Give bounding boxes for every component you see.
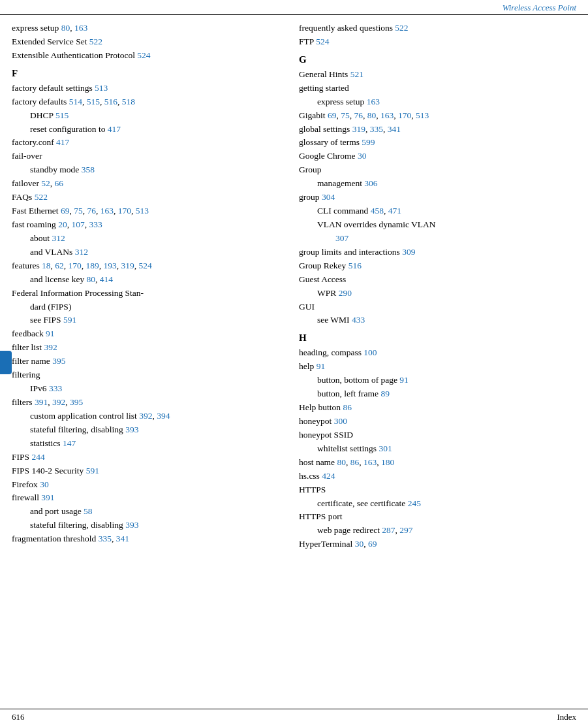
index-link[interactable]: 301 [379, 443, 392, 453]
index-link[interactable]: 58 [84, 506, 93, 516]
index-link[interactable]: 392 [139, 411, 152, 421]
index-link[interactable]: 80 [367, 110, 377, 120]
index-link[interactable]: 306 [364, 178, 377, 188]
index-link[interactable]: 76 [87, 206, 96, 216]
index-link[interactable]: 513 [95, 83, 108, 93]
index-link[interactable]: 297 [399, 525, 412, 535]
index-link[interactable]: 524 [137, 50, 150, 60]
index-link[interactable]: 30 [355, 539, 364, 549]
index-link[interactable]: 307 [335, 233, 348, 243]
index-link[interactable]: 524 [139, 261, 152, 270]
index-link[interactable]: 180 [381, 457, 394, 467]
index-link[interactable]: 513 [416, 110, 429, 120]
index-link[interactable]: 335 [99, 534, 112, 543]
index-link[interactable]: 391 [41, 492, 54, 502]
index-link[interactable]: 244 [31, 452, 44, 462]
index-link[interactable]: 522 [395, 23, 408, 33]
index-link[interactable]: 458 [371, 206, 384, 216]
index-link[interactable]: 20 [58, 219, 67, 229]
index-link[interactable]: 309 [402, 247, 415, 257]
index-link[interactable]: 86 [343, 402, 352, 412]
index-link[interactable]: 170 [118, 206, 131, 216]
index-link[interactable]: 69 [61, 206, 70, 216]
index-link[interactable]: 76 [354, 110, 363, 120]
index-link[interactable]: 513 [136, 206, 149, 216]
index-link[interactable]: 333 [49, 383, 62, 393]
index-link[interactable]: 170 [69, 261, 82, 270]
index-link[interactable]: 333 [89, 219, 102, 229]
index-link[interactable]: 514 [69, 97, 82, 106]
index-link[interactable]: 163 [101, 206, 114, 216]
index-link[interactable]: 300 [334, 416, 347, 426]
index-link[interactable]: 414 [100, 274, 113, 284]
entry-text: filter name [12, 356, 52, 366]
index-link[interactable]: 522 [35, 192, 48, 202]
index-link[interactable]: 392 [52, 397, 65, 407]
index-link[interactable]: 393 [125, 520, 138, 530]
index-link[interactable]: 394 [157, 411, 170, 421]
index-link[interactable]: 75 [74, 206, 83, 216]
index-link[interactable]: 163 [364, 457, 377, 467]
index-link[interactable]: 80 [61, 23, 70, 33]
index-link[interactable]: 395 [70, 397, 83, 407]
index-link[interactable]: 395 [52, 356, 65, 366]
index-link[interactable]: 75 [341, 110, 350, 120]
index-link[interactable]: 312 [52, 233, 65, 243]
index-link[interactable]: 521 [350, 69, 364, 79]
index-link[interactable]: 516 [104, 97, 117, 106]
index-link[interactable]: 52 [41, 178, 50, 188]
index-link[interactable]: 341 [388, 124, 401, 134]
index-link[interactable]: 189 [86, 261, 99, 270]
index-link[interactable]: 30 [40, 479, 49, 489]
index-link[interactable]: 91 [46, 329, 55, 338]
index-link[interactable]: 341 [116, 534, 129, 543]
index-link[interactable]: 91 [399, 375, 409, 385]
index-link[interactable]: 290 [339, 288, 352, 298]
index-link[interactable]: 335 [370, 124, 383, 134]
index-link[interactable]: 515 [55, 110, 69, 120]
entry-text: failover [12, 178, 41, 188]
index-link[interactable]: 163 [367, 97, 380, 106]
index-link[interactable]: 69 [368, 539, 377, 549]
index-link[interactable]: 392 [44, 342, 57, 352]
index-link[interactable]: 62 [55, 261, 64, 270]
index-link[interactable]: 417 [56, 137, 69, 147]
index-link[interactable]: 393 [125, 425, 138, 434]
index-link[interactable]: 86 [350, 457, 360, 467]
index-link[interactable]: 391 [35, 397, 48, 407]
index-link[interactable]: 91 [317, 361, 326, 371]
index-link[interactable]: 417 [108, 124, 121, 134]
index-link[interactable]: 433 [352, 315, 365, 325]
index-link[interactable]: 516 [348, 261, 362, 270]
index-link[interactable]: 599 [362, 137, 375, 147]
index-link[interactable]: 304 [322, 192, 335, 202]
index-link[interactable]: 471 [388, 206, 401, 216]
index-link[interactable]: 18 [42, 261, 51, 270]
index-link[interactable]: 515 [87, 97, 100, 106]
index-link[interactable]: 193 [104, 261, 117, 270]
index-link[interactable]: 319 [121, 261, 134, 270]
index-link[interactable]: 80 [87, 274, 96, 284]
index-link[interactable]: 163 [74, 23, 87, 33]
index-link[interactable]: 30 [358, 151, 367, 161]
index-link[interactable]: 163 [380, 110, 394, 120]
index-link[interactable]: 358 [82, 165, 95, 174]
index-link[interactable]: 591 [63, 315, 76, 325]
index-link[interactable]: 69 [328, 110, 337, 120]
index-link[interactable]: 524 [316, 37, 329, 46]
index-link[interactable]: 287 [382, 525, 395, 535]
index-link[interactable]: 591 [86, 466, 99, 475]
index-link[interactable]: 522 [89, 37, 102, 46]
index-link[interactable]: 107 [71, 219, 84, 229]
index-link[interactable]: 89 [380, 389, 390, 398]
index-link[interactable]: 170 [398, 110, 411, 120]
index-link[interactable]: 424 [322, 471, 335, 481]
index-link[interactable]: 319 [352, 124, 365, 134]
index-link[interactable]: 312 [75, 247, 88, 257]
index-link[interactable]: 245 [408, 498, 421, 508]
index-link[interactable]: 518 [122, 97, 135, 106]
index-link[interactable]: 66 [55, 178, 64, 188]
index-link[interactable]: 147 [63, 438, 76, 448]
index-link[interactable]: 80 [337, 457, 347, 467]
index-link[interactable]: 100 [364, 347, 377, 357]
